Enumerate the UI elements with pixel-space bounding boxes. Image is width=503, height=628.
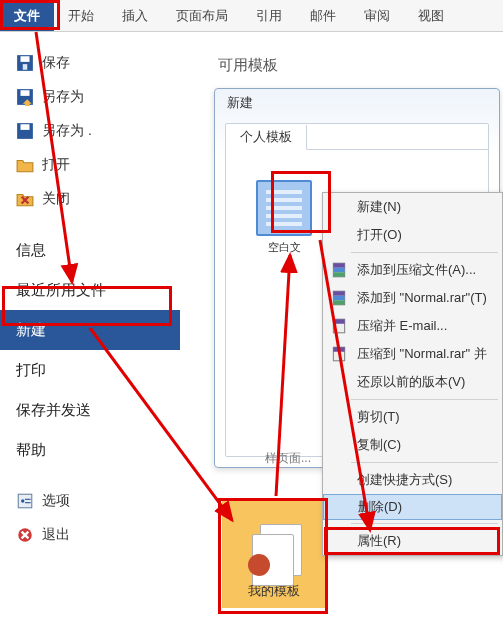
svg-line-28 bbox=[36, 32, 72, 282]
annotation-arrows bbox=[0, 0, 503, 628]
svg-line-30 bbox=[276, 255, 290, 496]
svg-line-31 bbox=[320, 240, 370, 530]
svg-line-29 bbox=[90, 328, 232, 520]
